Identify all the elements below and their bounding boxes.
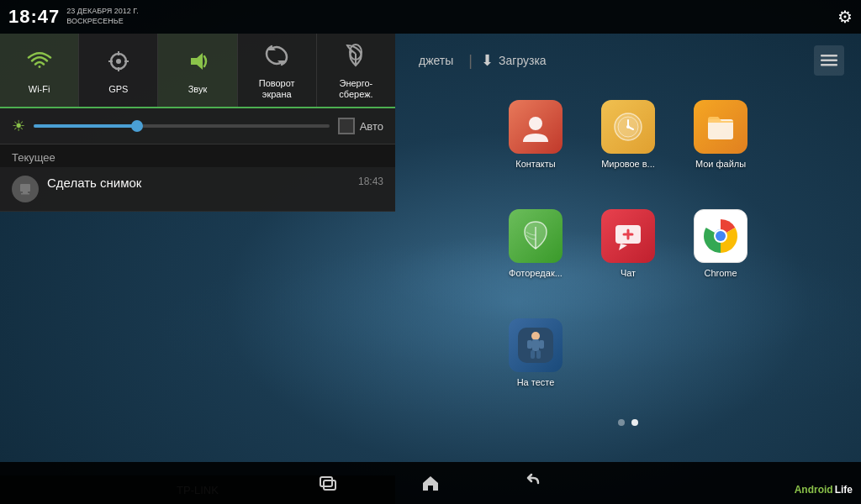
notification-content: Сделать снимок (47, 176, 350, 191)
clock: 18:47 (8, 6, 60, 28)
svg-marker-6 (191, 53, 203, 70)
date-line2: ВОСКРЕСЕНЬЕ (66, 17, 138, 27)
home-button[interactable] (380, 462, 481, 504)
gps-label: GPS (108, 84, 128, 95)
world-label: Мировое в... (601, 159, 655, 169)
svg-rect-33 (532, 339, 539, 351)
world-icon (601, 100, 655, 154)
chat-icon (601, 209, 655, 263)
notification-item[interactable]: Сделать снимок 18:43 (0, 167, 395, 212)
auto-brightness-label: Авто (360, 120, 383, 133)
svg-rect-37 (536, 350, 541, 359)
svg-point-30 (716, 232, 725, 240)
logo-android-text: Android (795, 484, 833, 496)
desktop-area: джеты | ⬇ Загрузка Контакты (395, 34, 861, 462)
brightness-fill (34, 124, 137, 128)
app-contacts[interactable]: Контакты (494, 92, 578, 192)
notification-icon (12, 176, 39, 202)
brightness-thumb (131, 120, 143, 132)
svg-rect-10 (20, 184, 30, 192)
page-dot-1[interactable] (618, 419, 625, 426)
date-info: 23 ДЕКАБРЯ 2012 Г. ВОСКРЕСЕНЬЕ (66, 7, 138, 26)
eco-label: Энерго- сбереж. (339, 78, 372, 100)
chrome-icon (694, 209, 747, 263)
game-label: На тесте (517, 377, 555, 387)
toggle-gps[interactable]: GPS (79, 34, 158, 107)
status-bar: 18:47 23 ДЕКАБРЯ 2012 Г. ВОСКРЕСЕНЬЕ ⚙ (0, 0, 861, 34)
chat-label: Чат (621, 268, 636, 278)
download-section: ⬇ Загрузка (481, 51, 547, 70)
svg-rect-39 (324, 480, 335, 490)
app-world[interactable]: Мировое в... (586, 92, 670, 192)
eco-icon (342, 42, 369, 75)
back-button[interactable] (481, 462, 582, 504)
date-line1: 23 ДЕКАБРЯ 2012 Г. (66, 7, 138, 17)
recent-apps-button[interactable] (279, 462, 380, 504)
svg-rect-11 (23, 192, 28, 193)
page-dot-2[interactable] (631, 419, 638, 426)
chrome-label: Chrome (704, 268, 737, 278)
notification-time: 18:43 (358, 176, 383, 187)
bottom-nav (0, 462, 861, 504)
svg-rect-14 (821, 60, 837, 62)
photo-icon (509, 209, 563, 263)
svg-rect-36 (531, 350, 535, 359)
game-icon (509, 318, 563, 372)
app-chrome[interactable]: Chrome (679, 201, 763, 302)
svg-point-21 (626, 125, 630, 129)
svg-rect-15 (821, 64, 837, 66)
status-bar-left: 18:47 23 ДЕКАБРЯ 2012 Г. ВОСКРЕСЕНЬЕ (8, 6, 139, 28)
app-grid: Контакты Мировое в... (412, 92, 844, 411)
wifi-icon (26, 48, 53, 81)
settings-icon[interactable]: ⚙ (837, 7, 853, 27)
svg-rect-12 (21, 193, 29, 195)
files-icon (694, 100, 747, 154)
notification-title: Сделать снимок (47, 176, 141, 190)
svg-rect-35 (539, 340, 544, 349)
desktop-top-bar: джеты | ⬇ Загрузка (412, 42, 844, 79)
sound-label: Звук (188, 84, 208, 95)
download-label: Загрузка (499, 54, 547, 67)
auto-brightness: Авто (338, 118, 383, 134)
page-dots (412, 419, 844, 426)
widgets-tab[interactable]: джеты (412, 50, 460, 71)
photo-label: Фоторедак... (509, 268, 563, 278)
toggle-eco[interactable]: Энерго- сбереж. (317, 34, 395, 107)
app-files[interactable]: Мои файлы (679, 92, 763, 192)
app-photo[interactable]: Фоторедак... (494, 201, 578, 302)
toggle-rotate[interactable]: Поворот экрана (238, 34, 317, 107)
divider: | (468, 52, 473, 70)
section-header: Текущее (0, 144, 395, 167)
svg-point-32 (531, 332, 540, 340)
svg-rect-38 (320, 477, 332, 486)
gps-icon (105, 48, 132, 81)
app-chat[interactable]: Чат (586, 201, 670, 302)
contacts-icon (509, 100, 563, 154)
menu-button[interactable] (814, 45, 844, 76)
brightness-icon: ☀ (12, 117, 25, 135)
logo-life-text: Life (835, 484, 853, 496)
notification-panel: Wi-Fi GPS Звук (0, 34, 395, 212)
app-game[interactable]: На тесте (494, 310, 578, 411)
svg-rect-34 (527, 340, 532, 349)
status-bar-right: ⚙ (837, 7, 853, 27)
rotate-label: Поворот экрана (259, 78, 295, 100)
androidlife-logo: Android Life (795, 484, 853, 496)
brightness-row: ☀ Авто (0, 108, 395, 144)
wifi-label: Wi-Fi (29, 84, 50, 95)
brightness-slider[interactable] (34, 124, 330, 128)
files-label: Мои файлы (695, 159, 746, 169)
auto-brightness-checkbox[interactable] (338, 118, 355, 134)
contacts-label: Контакты (515, 159, 556, 169)
download-icon: ⬇ (481, 51, 494, 70)
toggle-wifi[interactable]: Wi-Fi (0, 34, 79, 107)
sound-icon (184, 48, 211, 81)
svg-rect-13 (821, 55, 837, 57)
toggle-sound[interactable]: Звук (158, 34, 237, 107)
rotate-icon (263, 42, 290, 75)
svg-point-16 (529, 117, 542, 130)
quick-toggles: Wi-Fi GPS Звук (0, 34, 395, 108)
svg-point-1 (116, 59, 121, 64)
